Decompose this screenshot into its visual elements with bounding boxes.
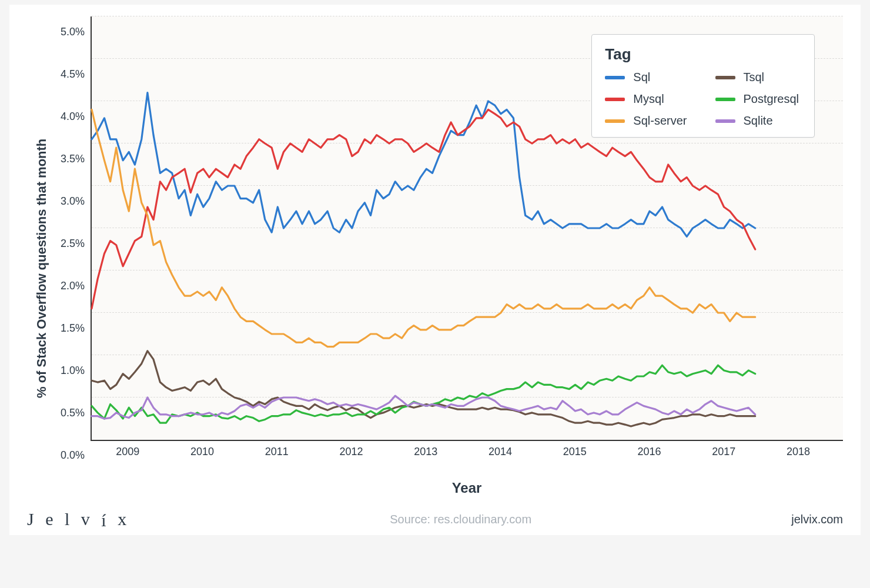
legend-label: Sqlite: [744, 114, 773, 128]
legend-swatch: [605, 76, 625, 79]
legend: Tag SqlTsqlMysqlPostgresqlSql-serverSqli…: [591, 34, 815, 138]
logo: J e l v í x: [27, 509, 130, 529]
x-tick-label: 2012: [340, 446, 363, 458]
legend-swatch: [715, 98, 735, 101]
y-tick-label: 2.5%: [61, 238, 85, 250]
series-mysql: [92, 109, 755, 308]
y-axis: 0.0%0.5%1.0%1.5%2.0%2.5%3.0%3.5%4.0%4.5%…: [49, 16, 91, 496]
x-tick-label: 2010: [190, 446, 214, 458]
x-tick-label: 2016: [637, 446, 661, 458]
source-value: res.cloudinary.com: [434, 513, 531, 526]
y-tick-label: 1.5%: [61, 322, 85, 335]
y-tick-label: 0.0%: [61, 449, 85, 462]
legend-swatch: [605, 119, 625, 123]
legend-item-tsql: Tsql: [715, 71, 799, 84]
legend-item-sqlite: Sqlite: [715, 114, 799, 128]
source: Source: res.cloudinary.com: [390, 513, 531, 526]
y-tick-label: 1.0%: [61, 365, 85, 377]
y-tick-label: 4.5%: [61, 68, 85, 81]
x-axis: 2009201020112012201320142015201620172018: [91, 441, 843, 465]
y-tick-label: 0.5%: [61, 407, 85, 419]
legend-swatch: [605, 98, 625, 101]
legend-label: Sql-server: [633, 114, 687, 128]
x-tick-label: 2011: [265, 446, 289, 458]
x-tick-label: 2017: [712, 446, 735, 458]
x-tick-label: 2009: [116, 446, 139, 458]
y-tick-label: 3.5%: [61, 153, 85, 165]
y-tick-label: 5.0%: [61, 26, 85, 38]
y-axis-label: % of Stack Overflow questions that month: [27, 16, 49, 496]
site-url: jelvix.com: [791, 513, 843, 526]
legend-item-postgresql: Postgresql: [715, 92, 799, 106]
footer: J e l v í x Source: res.cloudinary.com j…: [27, 509, 843, 529]
x-tick-label: 2014: [488, 446, 512, 458]
source-label: Source:: [390, 513, 430, 526]
legend-swatch: [715, 76, 735, 79]
series-postgresql: [92, 365, 755, 423]
chart-area: % of Stack Overflow questions that month…: [27, 16, 843, 496]
legend-label: Postgresql: [744, 92, 799, 106]
x-axis-label: Year: [91, 480, 843, 496]
legend-label: Tsql: [744, 71, 765, 84]
plot-panel: Tag SqlTsqlMysqlPostgresqlSql-serverSqli…: [91, 16, 843, 441]
legend-swatch: [715, 119, 735, 123]
chart-card: % of Stack Overflow questions that month…: [9, 5, 861, 535]
legend-item-mysql: Mysql: [605, 92, 687, 106]
y-tick-label: 2.0%: [61, 280, 85, 292]
x-tick-label: 2018: [787, 446, 810, 458]
legend-label: Mysql: [633, 92, 664, 106]
y-tick-label: 3.0%: [61, 195, 85, 208]
x-tick-label: 2015: [563, 446, 587, 458]
x-tick-label: 2013: [414, 446, 437, 458]
legend-item-sql: Sql: [605, 71, 687, 84]
logo-text: J e l v í x: [27, 509, 130, 529]
legend-title: Tag: [605, 45, 799, 64]
y-tick-label: 4.0%: [61, 111, 85, 123]
legend-item-sql-server: Sql-server: [605, 114, 687, 128]
legend-label: Sql: [633, 71, 650, 84]
